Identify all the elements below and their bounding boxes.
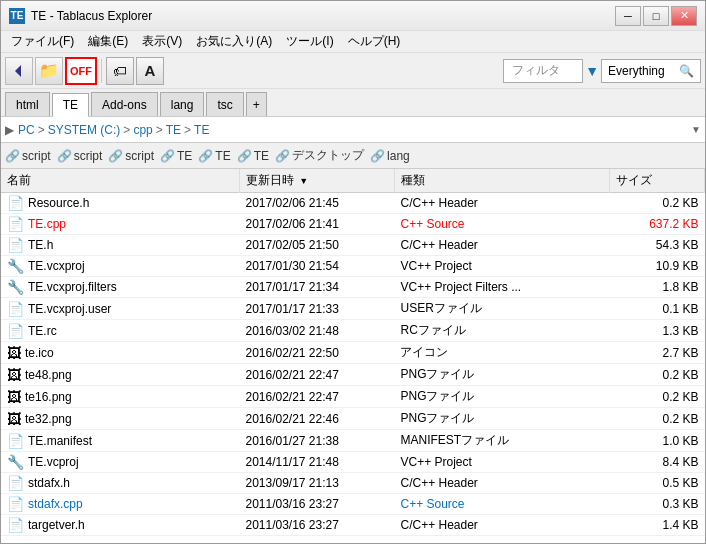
- back-button[interactable]: [5, 57, 33, 85]
- bookmark-lang[interactable]: 🔗 lang: [370, 149, 410, 163]
- bookmark-te-1[interactable]: 🔗 TE: [160, 149, 192, 163]
- address-part-system[interactable]: SYSTEM (C:): [48, 123, 121, 137]
- file-type: RCファイル: [394, 320, 609, 342]
- file-date: 2017/02/06 21:41: [239, 214, 394, 235]
- bookmark-label-2: script: [74, 149, 103, 163]
- filter-icon: ▼: [585, 63, 599, 79]
- file-name-text: TE.cpp: [28, 217, 66, 231]
- off-button[interactable]: OFF: [65, 57, 97, 85]
- tab-te[interactable]: TE: [52, 93, 89, 117]
- bookmark-te-3[interactable]: 🔗 TE: [237, 149, 269, 163]
- table-row[interactable]: 📄 TE.vcxproj.user 2017/01/17 21:33 USERフ…: [1, 298, 705, 320]
- table-row[interactable]: 📄 targetver.h 2011/03/16 23:27 C/C++ Hea…: [1, 515, 705, 536]
- table-row[interactable]: 🖼 te32.png 2016/02/21 22:46 PNGファイル 0.2 …: [1, 408, 705, 430]
- address-dropdown[interactable]: ▼: [691, 124, 701, 135]
- bookmark-te-2[interactable]: 🔗 TE: [198, 149, 230, 163]
- bookmark-label-7: デスクトップ: [292, 147, 364, 164]
- table-row[interactable]: 🖼 te48.png 2016/02/21 22:47 PNGファイル 0.2 …: [1, 364, 705, 386]
- menu-edit[interactable]: 編集(E): [82, 31, 134, 52]
- file-size: 0.2 KB: [609, 364, 704, 386]
- file-date: 2016/02/21 22:47: [239, 364, 394, 386]
- bookmark-script-3[interactable]: 🔗 script: [108, 149, 154, 163]
- title-bar-controls: ─ □ ✕: [615, 6, 697, 26]
- table-row[interactable]: 📄 stdafx.cpp 2011/03/16 23:27 C++ Source…: [1, 494, 705, 515]
- menu-help[interactable]: ヘルプ(H): [342, 31, 407, 52]
- bookmark-script-2[interactable]: 🔗 script: [57, 149, 103, 163]
- menu-view[interactable]: 表示(V): [136, 31, 188, 52]
- col-header-name[interactable]: 名前: [1, 169, 239, 193]
- file-name-text: TE.vcxproj: [28, 259, 85, 273]
- bookmark-label-5: TE: [215, 149, 230, 163]
- tab-html[interactable]: html: [5, 92, 50, 116]
- table-row[interactable]: 📄 Resource.h 2017/02/06 21:45 C/C++ Head…: [1, 193, 705, 214]
- tab-addons[interactable]: Add-ons: [91, 92, 158, 116]
- file-name-text: TE.h: [28, 238, 53, 252]
- file-name-text: TE.rc: [28, 324, 57, 338]
- menu-tools[interactable]: ツール(I): [280, 31, 339, 52]
- file-type: C++ Source: [394, 214, 609, 235]
- svg-marker-0: [15, 65, 21, 77]
- file-name-text: targetver.h: [28, 518, 85, 532]
- window-title: TE - Tablacus Explorer: [31, 9, 152, 23]
- col-header-type[interactable]: 種類: [394, 169, 609, 193]
- file-type: USERファイル: [394, 298, 609, 320]
- app-icon: TE: [9, 8, 25, 24]
- search-box[interactable]: Everything 🔍: [601, 59, 701, 83]
- file-icon: 📄: [7, 195, 24, 211]
- file-type: PNGファイル: [394, 408, 609, 430]
- file-type: PNGファイル: [394, 386, 609, 408]
- table-row[interactable]: 📄 TE.manifest 2016/01/27 21:38 MANIFESTフ…: [1, 430, 705, 452]
- toolbar-separator-1: [101, 59, 102, 83]
- tab-add[interactable]: +: [246, 92, 267, 116]
- tab-lang[interactable]: lang: [160, 92, 205, 116]
- table-row[interactable]: 📄 TE.cpp 2017/02/06 21:41 C++ Source 637…: [1, 214, 705, 235]
- bookmark-desktop[interactable]: 🔗 デスクトップ: [275, 147, 364, 164]
- address-part-pc[interactable]: PC: [18, 123, 35, 137]
- folder-button[interactable]: 📁: [35, 57, 63, 85]
- bookmark-icon-7: 🔗: [275, 149, 290, 163]
- tabs-bar: html TE Add-ons lang tsc +: [1, 89, 705, 117]
- menu-favorites[interactable]: お気に入り(A): [190, 31, 278, 52]
- file-icon: 🖼: [7, 367, 21, 383]
- filter-label: フィルタ: [503, 59, 583, 83]
- file-name-text: stdafx.cpp: [28, 497, 83, 511]
- font-button[interactable]: A: [136, 57, 164, 85]
- bookmark-icon-2: 🔗: [57, 149, 72, 163]
- file-icon: 🖼: [7, 411, 21, 427]
- file-icon: 🔧: [7, 454, 24, 470]
- table-row[interactable]: 🖼 te16.png 2016/02/21 22:47 PNGファイル 0.2 …: [1, 386, 705, 408]
- address-part-te1[interactable]: TE: [166, 123, 181, 137]
- col-header-date[interactable]: 更新日時 ▼: [239, 169, 394, 193]
- file-icon: 📄: [7, 496, 24, 512]
- table-row[interactable]: 📄 stdafx.h 2013/09/17 21:13 C/C++ Header…: [1, 473, 705, 494]
- file-date: 2016/02/21 22:46: [239, 408, 394, 430]
- file-type: VC++ Project Filters ...: [394, 277, 609, 298]
- bookmark-label-3: script: [125, 149, 154, 163]
- title-bar-left: TE TE - Tablacus Explorer: [9, 8, 152, 24]
- menu-file[interactable]: ファイル(F): [5, 31, 80, 52]
- address-part-te2[interactable]: TE: [194, 123, 209, 137]
- file-icon: 📄: [7, 237, 24, 253]
- table-row[interactable]: 📄 TE.rc 2016/03/02 21:48 RCファイル 1.3 KB: [1, 320, 705, 342]
- file-icon: 🖼: [7, 345, 21, 361]
- bookmark-script-1[interactable]: 🔗 script: [5, 149, 51, 163]
- file-name-text: TE.vcxproj.user: [28, 302, 111, 316]
- table-row[interactable]: 🔧 TE.vcproj 2014/11/17 21:48 VC++ Projec…: [1, 452, 705, 473]
- table-row[interactable]: 🔧 TE.vcxproj 2017/01/30 21:54 VC++ Proje…: [1, 256, 705, 277]
- table-row[interactable]: 📄 TE.h 2017/02/05 21:50 C/C++ Header 54.…: [1, 235, 705, 256]
- bookmark-label-8: lang: [387, 149, 410, 163]
- table-row[interactable]: 🖼 te.ico 2016/02/21 22:50 アイコン 2.7 KB: [1, 342, 705, 364]
- address-part-cpp[interactable]: cpp: [133, 123, 152, 137]
- maximize-button[interactable]: □: [643, 6, 669, 26]
- file-list[interactable]: 名前 更新日時 ▼ 種類 サイズ 📄: [1, 169, 705, 543]
- file-type: C/C++ Header: [394, 193, 609, 214]
- close-button[interactable]: ✕: [671, 6, 697, 26]
- col-header-size[interactable]: サイズ: [609, 169, 704, 193]
- table-row[interactable]: 🔧 TE.vcxproj.filters 2017/01/17 21:34 VC…: [1, 277, 705, 298]
- tag-button[interactable]: 🏷: [106, 57, 134, 85]
- tab-tsc[interactable]: tsc: [206, 92, 243, 116]
- file-name-text: te32.png: [25, 412, 72, 426]
- minimize-button[interactable]: ─: [615, 6, 641, 26]
- file-size: 1.0 KB: [609, 430, 704, 452]
- bookmark-label-4: TE: [177, 149, 192, 163]
